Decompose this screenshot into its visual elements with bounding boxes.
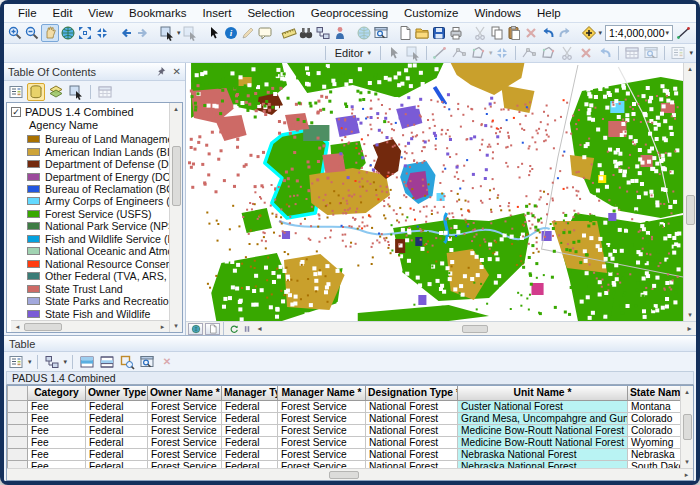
table-row[interactable]: FeeFederalForest ServiceFederalForest Se… [8,448,681,460]
menu-edit[interactable]: Edit [45,5,81,21]
pause-drawing-icon[interactable] [240,323,253,335]
new-document-icon[interactable] [397,24,413,42]
col-manager-name[interactable]: Manager Name * [278,386,366,400]
editor-overflow[interactable]: ▾ [689,49,693,57]
legend-item[interactable]: Bureau of Reclamation (BOR) [11,183,169,195]
table-tab[interactable]: PADUS 1.4 Combined [6,371,694,385]
menu-windows[interactable]: Windows [466,5,529,21]
legend-item[interactable]: Army Corps of Engineers (USACE) [11,195,169,207]
menu-bookmarks[interactable]: Bookmarks [121,5,195,21]
select-features-caret[interactable]: ▾ [177,29,181,37]
edit-vertices-icon[interactable] [520,44,538,62]
delete-icon[interactable] [523,24,539,42]
data-view-button[interactable] [188,323,203,335]
endpoint-arc-icon[interactable] [450,44,468,62]
clear-table-selection-icon[interactable] [138,353,156,371]
rotate-tool-icon[interactable] [596,44,614,62]
find-route-icon[interactable] [315,24,331,42]
legend-item[interactable]: Fish and Wildlife Service (FWS) [11,233,169,245]
table-row[interactable]: FeeFederalForest ServiceFederalForest Se… [8,400,681,412]
html-popup-icon[interactable] [257,24,273,42]
full-extent-icon[interactable] [60,24,76,42]
map-scroll-right[interactable]: ▸ [683,323,696,335]
map-scale-combo[interactable]: 1:4,000,000 ▾ [605,25,673,41]
menu-customize[interactable]: Customize [396,5,466,21]
add-data-caret[interactable]: ▾ [599,29,603,37]
legend-item[interactable]: National Oceanic and Atmospheric Ac [11,245,169,257]
menu-help[interactable]: Help [529,5,569,21]
map-vscrollbar[interactable]: ▴▾ [683,63,696,321]
legend-item[interactable]: National Park Service (NPS) [11,220,169,232]
col-unit-name[interactable]: Unit Name * [458,386,628,400]
back-extent-icon[interactable] [118,24,134,42]
point-tool-icon[interactable] [493,44,511,62]
delete-selected-icon[interactable]: ✕ [158,353,176,371]
row-selector[interactable] [8,412,28,424]
zoom-out-icon[interactable] [24,24,40,42]
related-tables-icon[interactable] [43,353,61,371]
col-state-name[interactable]: State Name * [628,386,681,400]
zoom-to-selected-icon[interactable] [118,353,136,371]
find-icon[interactable] [298,24,314,42]
editor-toolbar-toggle-icon[interactable] [676,24,692,42]
toc-pin-icon[interactable] [153,66,169,78]
sketch-properties-icon[interactable] [669,44,687,62]
layer-item[interactable]: ✓ PADUS 1.4 Combined [11,105,169,119]
toc-hscrollbar[interactable]: ◂▸ [11,320,169,332]
table-row[interactable]: FeeFederalForest ServiceFederalForest Se… [8,436,681,448]
table-options-caret[interactable]: ▾ [28,358,32,366]
reshape-feature-icon[interactable] [539,44,557,62]
table-row[interactable]: FeeFederalForest ServiceFederalForest Se… [8,424,681,436]
legend-item[interactable]: State Parks and Recreation [11,295,169,307]
print-icon[interactable] [448,24,464,42]
map-hscroll-thumb[interactable] [462,325,488,333]
trace-tool-icon[interactable] [469,44,487,62]
list-by-visibility-icon[interactable] [47,83,65,101]
undo-icon[interactable] [540,24,556,42]
go-to-xy-icon[interactable] [332,24,348,42]
row-selector[interactable] [8,424,28,436]
zoom-in-icon[interactable] [7,24,23,42]
list-by-selection-icon[interactable] [67,83,85,101]
map-scroll-left[interactable]: ◂ [253,323,266,335]
legend-item[interactable]: Other Federal (TVA, ARS, BPA, etc.) [11,270,169,282]
switch-selection-icon[interactable] [98,353,116,371]
table-options-icon[interactable] [7,353,25,371]
viewer-window-icon[interactable] [373,24,389,42]
col-owner-type[interactable]: Owner Type * [86,386,148,400]
menu-selection[interactable]: Selection [239,5,302,21]
time-slider-icon[interactable] [356,24,372,42]
cut-polygons-icon[interactable] [558,44,576,62]
row-selector[interactable] [8,436,28,448]
select-features-icon[interactable] [159,24,175,42]
list-by-source-icon[interactable] [27,83,45,101]
paste-icon[interactable] [506,24,522,42]
layer-checkbox[interactable]: ✓ [11,107,21,117]
col-owner-name[interactable]: Owner Name * [148,386,222,400]
straight-segment-icon[interactable] [431,44,449,62]
pan-icon[interactable] [41,24,59,42]
menu-insert[interactable]: Insert [195,5,240,21]
related-tables-caret[interactable]: ▾ [64,358,68,366]
legend-item[interactable]: National Resource Conservation Servic [11,258,169,270]
edit-tool-icon[interactable] [385,44,403,62]
col-manager-type[interactable]: Manager Type [222,386,278,400]
forward-extent-icon[interactable] [135,24,151,42]
col-category[interactable]: Category [28,386,86,400]
clear-selection-icon[interactable] [182,24,198,42]
copy-icon[interactable] [489,24,505,42]
legend-item[interactable]: Department of Defense (DOD) [11,158,169,170]
legend-item[interactable]: Bureau of Land Management (BLM) [11,133,169,145]
select-elements-icon[interactable] [206,24,222,42]
edit-annotation-tool-icon[interactable] [404,44,422,62]
toc-close-icon[interactable]: ✕ [173,66,181,77]
identify-icon[interactable] [223,24,239,42]
editor-menu-button[interactable]: Editor▾ [330,46,376,60]
cut-icon[interactable] [472,24,488,42]
layout-view-button[interactable] [205,323,220,335]
legend-item[interactable]: State Trust Land [11,283,169,295]
open-document-icon[interactable] [414,24,430,42]
row-selector[interactable] [8,400,28,412]
toc-options-icon[interactable] [96,83,114,101]
toc-vscrollbar[interactable]: ▴▾ [169,103,182,332]
